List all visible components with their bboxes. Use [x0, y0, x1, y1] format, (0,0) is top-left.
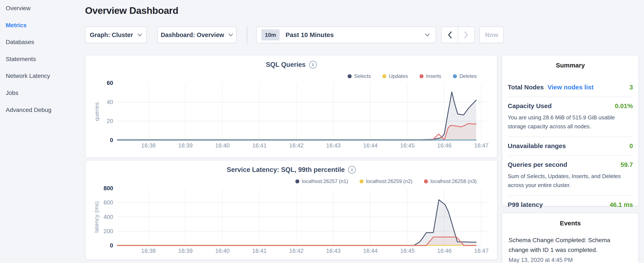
summary-row-label: Total Nodes	[508, 84, 544, 91]
x-tick-label: 16:43	[320, 248, 346, 254]
legend-swatch	[453, 74, 457, 78]
y-tick-label: 20	[92, 117, 113, 125]
summary-panel: Summary Total Nodes View nodes list 3 Ca…	[502, 55, 639, 206]
x-tick-label: 16:39	[173, 142, 198, 149]
sidebar-item-overview[interactable]: Overview	[6, 4, 30, 12]
legend-swatch	[360, 179, 364, 183]
events-title: Events	[502, 220, 638, 227]
sql-queries-chart-card: SQL Queries i SelectsUpdatesInsertsDelet…	[85, 55, 498, 158]
summary-row-label: Unavailable ranges	[508, 142, 566, 150]
x-tick-label: 16:47	[468, 248, 494, 254]
summary-row-label: P99 latency	[508, 201, 543, 208]
legend-label: Updates	[389, 73, 408, 79]
summary-row-queries-per-second: Queries per second 59.7 Sum of Selects, …	[508, 156, 633, 196]
legend-item[interactable]: Deletes	[453, 73, 477, 79]
x-tick-label: 16:42	[284, 248, 309, 254]
x-tick-label: 16:45	[394, 142, 420, 149]
dashboard-dropdown[interactable]: Dashboard: Overview	[157, 27, 236, 43]
chevron-left-icon	[447, 31, 452, 39]
legend-label: localhost:26257 (n1)	[302, 178, 348, 184]
legend-item[interactable]: Selects	[348, 73, 371, 79]
summary-row-p99-latency: P99 latency 46.1 ms	[508, 196, 633, 214]
sidebar-item-metrics[interactable]: Metrics	[6, 21, 26, 29]
summary-row-subtext: You are using 28.6 MiB of 515.9 GiB usab…	[508, 113, 633, 131]
y-tick-label: 600	[92, 199, 113, 206]
x-tick-label: 16:45	[394, 248, 420, 254]
info-icon[interactable]: i	[348, 166, 356, 174]
summary-row-unavailable-ranges: Unavailable ranges 0	[508, 137, 633, 156]
x-tick-label: 16:46	[432, 248, 457, 254]
sidebar-item-advanced-debug[interactable]: Advanced Debug	[6, 106, 52, 114]
y-tick-label: 0	[92, 136, 113, 144]
legend-item[interactable]: localhost:26258 (n3)	[424, 178, 477, 184]
summary-row-value: 0	[629, 142, 633, 150]
legend-label: Inserts	[426, 73, 442, 79]
x-tick-label: 16:38	[136, 248, 161, 254]
info-icon[interactable]: i	[309, 61, 317, 69]
time-range-badge: 10m	[261, 29, 280, 41]
summary-row-value: 3	[629, 84, 633, 91]
event-list-item[interactable]: Schema Change Completed: Schema change w…	[508, 235, 632, 263]
legend-item[interactable]: localhost:26257 (n1)	[295, 178, 348, 184]
x-tick-label: 16:40	[210, 142, 235, 149]
next-time-range-button[interactable]	[458, 27, 474, 43]
sidebar-item-statements[interactable]: Statements	[6, 55, 36, 63]
now-button[interactable]: Now	[480, 27, 504, 43]
chevron-right-icon	[464, 31, 469, 39]
dashboard-dropdown-label: Dashboard: Overview	[161, 32, 224, 39]
x-tick-label: 16:44	[358, 248, 383, 254]
y-axis-title: queries	[91, 83, 102, 140]
page-title: Overview Dashboard	[85, 5, 178, 16]
legend-swatch	[348, 74, 352, 78]
sidebar-item-databases[interactable]: Databases	[6, 38, 34, 46]
time-range-selector[interactable]: 10m Past 10 Minutes	[256, 27, 436, 43]
chevron-down-icon	[137, 34, 142, 36]
chart-title: SQL Queries	[266, 61, 306, 69]
view-nodes-list-link[interactable]: View nodes list	[548, 84, 594, 91]
event-text: Schema Change Completed: Schema change w…	[508, 235, 613, 255]
summary-title: Summary	[502, 62, 638, 69]
chart-legend: localhost:26257 (n1)localhost:26259 (n2)…	[295, 178, 477, 184]
legend-item[interactable]: Inserts	[420, 73, 442, 79]
previous-time-range-button[interactable]	[442, 27, 458, 43]
y-tick-label: 60	[92, 79, 113, 87]
summary-row-value: 0.01%	[615, 102, 633, 110]
legend-swatch	[382, 74, 386, 78]
x-tick-label: 16:41	[247, 142, 272, 149]
service-latency-plot-area[interactable]: 020040060080016:3816:3916:4016:4116:4216…	[117, 188, 487, 245]
x-tick-label: 16:39	[173, 248, 198, 254]
summary-row-total-nodes: Total Nodes View nodes list 3	[508, 78, 633, 97]
chart-title: Service Latency: SQL, 99th percentile	[227, 166, 345, 174]
legend-label: localhost:26259 (n2)	[366, 178, 412, 184]
x-tick-label: 16:41	[247, 248, 272, 254]
x-tick-label: 16:42	[284, 142, 309, 149]
x-tick-label: 16:43	[320, 142, 346, 149]
legend-label: Selects	[354, 73, 371, 79]
x-tick-label: 16:40	[210, 248, 235, 254]
legend-item[interactable]: localhost:26259 (n2)	[360, 178, 412, 184]
legend-swatch	[295, 179, 299, 183]
legend-item[interactable]: Updates	[382, 73, 408, 79]
overview-dashboard-page: Overview Metrics Databases Statements Ne…	[0, 0, 644, 263]
chart-legend: SelectsUpdatesInsertsDeletes	[348, 73, 477, 79]
y-tick-label: 0	[92, 242, 113, 249]
sidebar-item-jobs[interactable]: Jobs	[6, 89, 18, 97]
service-latency-chart-card: Service Latency: SQL, 99th percentile i …	[85, 160, 498, 260]
graph-scope-dropdown[interactable]: Graph: Cluster	[85, 27, 147, 43]
legend-label: Deletes	[460, 73, 477, 79]
time-range-label: Past 10 Minutes	[286, 31, 421, 39]
summary-row-value: 46.1 ms	[610, 201, 633, 208]
x-tick-label: 16:47	[468, 142, 494, 149]
summary-row-label: Queries per second	[508, 161, 567, 168]
y-tick-label: 40	[92, 98, 113, 106]
now-button-label: Now	[485, 32, 498, 39]
y-tick-label: 800	[92, 184, 113, 192]
time-step-group	[441, 27, 475, 43]
sql-queries-plot-area[interactable]: 020406016:3816:3916:4016:4116:4216:4316:…	[117, 83, 487, 140]
sidebar-item-network-latency[interactable]: Network Latency	[6, 72, 50, 80]
events-panel: Events Schema Change Completed: Schema c…	[502, 213, 639, 263]
summary-row-value: 59.7	[620, 161, 633, 168]
summary-row-subtext: Sum of Selects, Updates, Inserts, and De…	[508, 172, 633, 190]
x-tick-label: 16:44	[358, 142, 383, 149]
y-tick-label: 200	[92, 227, 113, 235]
